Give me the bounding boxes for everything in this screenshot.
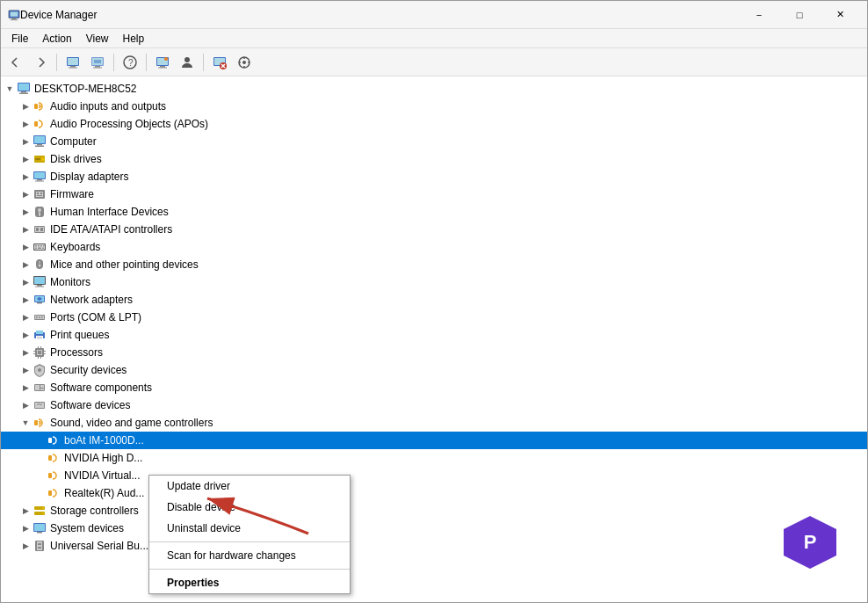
svg-rect-77 [39,316,40,318]
keyboard-expand: ▶ [18,240,33,254]
storage-label: Storage controllers [50,505,139,517]
tree-item-keyboard[interactable]: ▶ Keyboards [1,238,867,256]
tree-item-disk[interactable]: ▶ Disk drives [1,150,867,168]
window-title: Device Manager [20,9,739,21]
remove-button[interactable] [208,51,231,74]
tree-item-boat[interactable]: boAt IM-1000D... [1,432,867,449]
tree-content[interactable]: ▼ DESKTOP-MEH8C52 ▶ [1,76,867,602]
toolbar-sep-3 [146,54,147,71]
svg-rect-83 [37,338,42,339]
svg-point-48 [38,208,41,212]
menu-file[interactable]: File [4,31,35,47]
svg-rect-16 [160,66,165,68]
tree-item-nvidia-virt[interactable]: NVIDIA Virtual... [1,467,867,484]
sw-dev-label: Software devices [50,399,130,411]
tree-item-computer[interactable]: ▶ Computer [1,133,867,150]
security-expand: ▶ [18,363,33,377]
help-button[interactable]: ? [119,51,141,74]
minimize-button[interactable]: − [739,1,779,29]
mice-label: Mice and other pointing devices [50,258,199,271]
svg-rect-10 [95,66,100,68]
tree-item-security[interactable]: ▶ Security devices [1,361,867,379]
list-button[interactable] [86,51,109,74]
tree-item-usb[interactable]: ▶ Universal Serial Bu... [1,537,867,555]
tree-item-storage[interactable]: ▶ Storage controllers [1,502,867,519]
ctx-update-driver[interactable]: Update driver [149,476,350,497]
monitors-icon [33,275,47,289]
svg-rect-113 [37,532,42,534]
watermark-logo: P [779,512,841,576]
tree-item-sound[interactable]: ▼ Sound, video and game controllers [1,414,867,432]
svg-text:P: P [804,531,817,553]
display-expand: ▶ [18,170,33,184]
tree-item-ide[interactable]: ▶ IDE ATA/ATAPI controllers [1,221,867,238]
network-icon [33,293,47,307]
svg-rect-97 [35,385,40,390]
root-label: DESKTOP-MEH8C52 [34,83,136,95]
ctx-uninstall-device[interactable]: Uninstall device [149,518,350,539]
tree-item-network[interactable]: ▶ Network adapters [1,291,867,309]
menu-action[interactable]: Action [35,31,78,47]
user-button[interactable] [176,51,199,74]
menu-view[interactable]: View [79,31,116,47]
scan-button[interactable] [233,51,256,74]
tree-item-print[interactable]: ▶ Print queues [1,326,867,344]
context-menu: Update driver Disable device Uninstall d… [148,475,351,594]
menu-help[interactable]: Help [116,31,152,47]
svg-rect-34 [35,146,44,148]
svg-rect-89 [44,351,46,352]
tree-item-processors[interactable]: ▶ Process [1,344,867,361]
tree-item-monitors[interactable]: ▶ Monitors [1,273,867,291]
computer-button[interactable] [61,51,84,74]
back-button[interactable] [4,51,27,74]
svg-point-110 [42,512,44,514]
svg-rect-87 [33,351,35,352]
svg-rect-117 [38,547,41,549]
ports-expand: ▶ [18,310,33,324]
title-bar: Device Manager − □ ✕ [1,1,867,29]
audio-io-expand: ▶ [18,99,33,113]
forward-button[interactable] [29,51,52,74]
ctx-sep-2 [149,569,350,570]
ctx-sep-1 [149,541,350,542]
tree-item-display[interactable]: ▶ Display adapters [1,168,867,185]
realtek-label: Realtek(R) Aud... [64,487,144,499]
monitors-expand: ▶ [18,275,33,289]
ctx-properties[interactable]: Properties [149,572,350,593]
sw-dev-expand: ▶ [18,398,33,412]
tree-item-firmware[interactable]: ▶ Firmware [1,185,867,203]
tree-item-audio-io[interactable]: ▶ Audio inputs and outputs [1,98,867,115]
maximize-button[interactable]: □ [779,1,820,29]
svg-rect-1 [11,11,18,16]
tree-item-sw-dev[interactable]: ▶ Software devices [1,396,867,414]
tree-item-nvidia-hd[interactable]: NVIDIA High D... [1,449,867,467]
processors-icon [33,345,47,360]
svg-rect-68 [37,285,42,287]
svg-rect-93 [38,357,39,359]
ide-icon [33,222,47,236]
firmware-icon [33,187,47,201]
close-button[interactable]: ✕ [820,1,860,29]
svg-rect-3 [11,19,18,20]
tree-item-mice[interactable]: ▶ Mice and other pointing devices [1,256,867,273]
audio-apo-expand: ▶ [18,117,33,131]
tree-root[interactable]: ▼ DESKTOP-MEH8C52 [1,80,867,98]
svg-rect-28 [19,93,28,95]
tree-item-hid[interactable]: ▶ Human Interface Devices [1,203,867,221]
svg-rect-102 [34,420,38,425]
monitor-button[interactable] [151,51,174,74]
svg-rect-32 [34,136,45,143]
tree-item-realtek[interactable]: Realtek(R) Aud... [1,484,867,502]
ide-label: IDE ATA/ATAPI controllers [50,223,172,236]
hid-icon [33,205,47,219]
tree-item-audio-apo[interactable]: ▶ Audio Processing Objects (APOs) [1,115,867,133]
ctx-scan-changes[interactable]: Scan for hardware changes [149,545,350,566]
svg-rect-94 [40,357,41,359]
svg-rect-98 [40,385,44,388]
tree-item-system[interactable]: ▶ System devices [1,519,867,537]
svg-rect-56 [35,245,37,247]
ctx-disable-device[interactable]: Disable device [149,497,350,518]
tree-item-sw-comp[interactable]: ▶ Software components [1,379,867,396]
tree-item-ports[interactable]: ▶ Ports (COM & LPT) [1,309,867,326]
toolbar-sep-4 [203,54,204,71]
